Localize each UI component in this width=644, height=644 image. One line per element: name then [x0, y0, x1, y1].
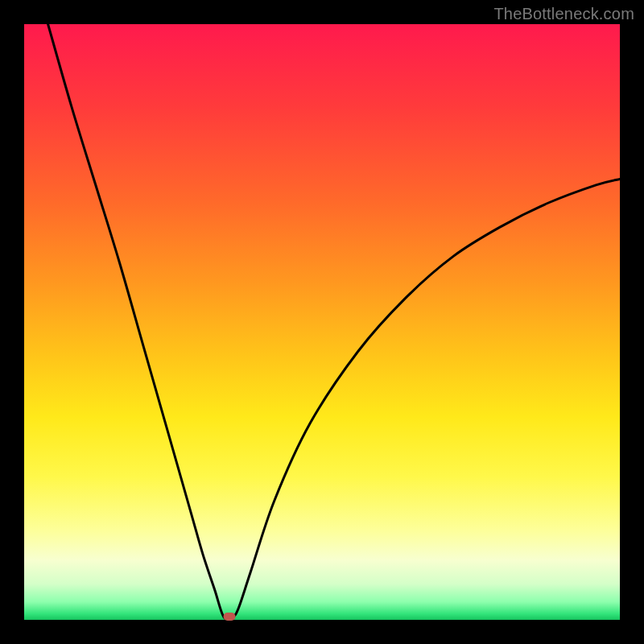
chart-plot-area [24, 24, 620, 620]
watermark-text: TheBottleneck.com [493, 5, 634, 23]
curve-layer [24, 24, 620, 620]
optimal-point-marker [224, 613, 236, 621]
chart-frame: TheBottleneck.com [0, 0, 644, 644]
bottleneck-curve [48, 24, 620, 619]
